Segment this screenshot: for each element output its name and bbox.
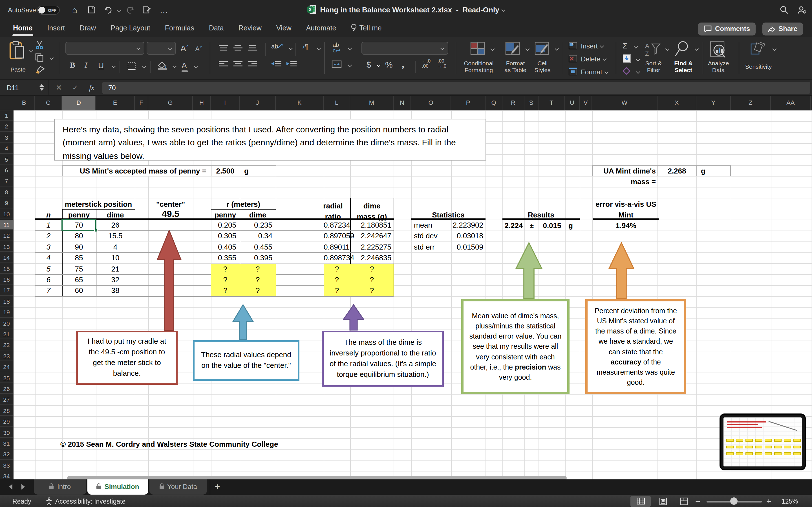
- cell-styles-label[interactable]: CellStyles: [531, 60, 554, 73]
- find-select-icon[interactable]: [674, 41, 690, 60]
- share-button[interactable]: Share: [762, 22, 803, 36]
- cell-n-row6[interactable]: 6: [35, 274, 62, 285]
- callout-orange[interactable]: Percent deviation from the US Mint's sta…: [585, 299, 686, 394]
- column-header-M[interactable]: M: [350, 96, 394, 110]
- column-header-N[interactable]: N: [394, 96, 411, 110]
- formula-enter-icon[interactable]: ✓: [72, 80, 79, 96]
- cell-r_dime-row6[interactable]: ?: [240, 274, 276, 285]
- cell-styles-icon[interactable]: [535, 42, 549, 57]
- purple-arrow[interactable]: [343, 304, 364, 331]
- cell-n-row7[interactable]: 7: [35, 285, 62, 296]
- column-header-B[interactable]: B: [13, 96, 35, 110]
- blue-arrow[interactable]: [232, 304, 254, 340]
- sheet-tab-your-data[interactable]: Your Data: [149, 480, 207, 495]
- zoom-level[interactable]: 125%: [781, 495, 798, 507]
- cell-penny-row4[interactable]: 85: [62, 252, 96, 263]
- sort-filter-chevron-icon[interactable]: [665, 47, 669, 51]
- cell-r_dime-row7[interactable]: ?: [240, 285, 276, 296]
- column-header-S[interactable]: S: [524, 96, 539, 110]
- align-right-icon[interactable]: [248, 60, 257, 70]
- cell-mass-row5[interactable]: ?: [350, 263, 394, 274]
- cell-styles-chevron-icon[interactable]: [555, 47, 559, 51]
- ribbon-tab-home[interactable]: Home: [6, 20, 40, 37]
- cell-r_dime-row5[interactable]: ?: [240, 263, 276, 274]
- green-arrow[interactable]: [515, 242, 543, 299]
- comments-button[interactable]: Comments: [698, 22, 756, 36]
- cell-r_penny-row3[interactable]: 0.405: [211, 242, 240, 252]
- formula-cancel-icon[interactable]: ✕: [56, 80, 62, 96]
- page-layout-view-button[interactable]: [653, 496, 673, 507]
- column-header-G[interactable]: G: [148, 96, 193, 110]
- column-header-D[interactable]: D: [62, 96, 96, 110]
- ribbon-tab-review[interactable]: Review: [231, 20, 269, 37]
- sheet-tab-intro[interactable]: Intro: [34, 480, 86, 495]
- cut-icon[interactable]: [35, 41, 44, 52]
- error-value[interactable]: 1.94%: [593, 220, 659, 231]
- callout-blue[interactable]: These radial values depend on the value …: [193, 340, 299, 381]
- orientation-icon[interactable]: ab: [271, 43, 284, 50]
- borders-icon[interactable]: [128, 62, 136, 73]
- merge-center-icon[interactable]: [332, 60, 342, 70]
- font-name-select[interactable]: [65, 42, 144, 55]
- cell-penny-row6[interactable]: 65: [62, 274, 96, 285]
- column-header-H[interactable]: H: [193, 96, 211, 110]
- column-header-V[interactable]: V: [580, 96, 592, 110]
- underline-chevron-icon[interactable]: [112, 64, 116, 68]
- sheet-tab-simulation[interactable]: Simulation: [87, 480, 148, 495]
- find-select-label[interactable]: Find &Select: [670, 60, 697, 73]
- cell-r_penny-row7[interactable]: ?: [211, 285, 240, 296]
- wrap-text-icon[interactable]: abc↩: [333, 42, 340, 54]
- cell-ratio-row3[interactable]: 0.89011: [324, 242, 350, 252]
- merge-center-chevron-icon[interactable]: [348, 63, 352, 67]
- ribbon-tab-data[interactable]: Data: [202, 20, 231, 37]
- ribbon-tab-formulas[interactable]: Formulas: [158, 20, 202, 37]
- cell-dime-row5[interactable]: 21: [96, 263, 135, 274]
- paste-button[interactable]: [9, 41, 26, 62]
- cell-mass-row2[interactable]: 2.242647: [350, 231, 394, 242]
- cell-n-row4[interactable]: 4: [35, 252, 62, 263]
- paste-chevron-icon[interactable]: [29, 48, 33, 52]
- orange-arrow[interactable]: [608, 242, 635, 299]
- font-color-icon[interactable]: A: [182, 61, 187, 70]
- center-value[interactable]: 49.5: [148, 209, 193, 219]
- align-middle-icon[interactable]: [234, 44, 243, 54]
- format-as-table-label[interactable]: Formatas Table: [499, 60, 532, 73]
- ribbon-tab-insert[interactable]: Insert: [40, 20, 72, 37]
- column-header-C[interactable]: C: [35, 96, 62, 110]
- grow-font-icon[interactable]: A˄: [181, 43, 189, 53]
- fx-icon[interactable]: fx: [89, 80, 94, 96]
- align-left-icon[interactable]: [219, 60, 228, 70]
- sort-filter-label[interactable]: Sort &Filter: [640, 60, 668, 73]
- align-bottom-icon[interactable]: [248, 44, 257, 54]
- column-header-T[interactable]: T: [539, 96, 565, 110]
- search-icon[interactable]: [780, 6, 788, 16]
- column-header-Q[interactable]: Q: [486, 96, 502, 110]
- ribbon-tab-page-layout[interactable]: Page Layout: [103, 20, 157, 37]
- cell-n-row5[interactable]: 5: [35, 263, 62, 274]
- format-as-table-chevron-icon[interactable]: [525, 47, 529, 51]
- conditional-formatting-label[interactable]: ConditionalFormatting: [458, 60, 500, 73]
- format-painter-icon[interactable]: [35, 65, 45, 77]
- borders-chevron-icon[interactable]: [142, 64, 146, 68]
- sort-filter-icon[interactable]: AZ: [644, 42, 661, 60]
- column-headers[interactable]: BCDEFGHIJKLMNOPQRSTUVWXYZAA: [0, 96, 812, 110]
- column-header-P[interactable]: P: [451, 96, 486, 110]
- add-sheet-button[interactable]: +: [210, 480, 224, 495]
- stat-value-std-dev[interactable]: 0.03018: [446, 231, 483, 242]
- cell-r_dime-row4[interactable]: 0.395: [240, 252, 276, 263]
- name-box-spinner[interactable]: [40, 83, 44, 92]
- cell-dime-row4[interactable]: 10: [96, 252, 135, 263]
- column-header-Z[interactable]: Z: [731, 96, 771, 110]
- italic-icon[interactable]: I: [85, 61, 87, 70]
- cell-penny-row2[interactable]: 80: [62, 231, 96, 242]
- note-textbox[interactable]: Here's my data, showing the seven positi…: [54, 119, 486, 161]
- page-break-view-button[interactable]: [674, 496, 694, 507]
- column-header-U[interactable]: U: [565, 96, 580, 110]
- cell-n-row3[interactable]: 3: [35, 242, 62, 252]
- copy-chevron-icon[interactable]: [50, 56, 54, 60]
- column-header-L[interactable]: L: [324, 96, 350, 110]
- insert-button[interactable]: Insert: [581, 42, 603, 50]
- cell-penny-row7[interactable]: 60: [62, 285, 96, 296]
- column-header-K[interactable]: K: [276, 96, 324, 110]
- percent-icon[interactable]: %: [385, 60, 393, 69]
